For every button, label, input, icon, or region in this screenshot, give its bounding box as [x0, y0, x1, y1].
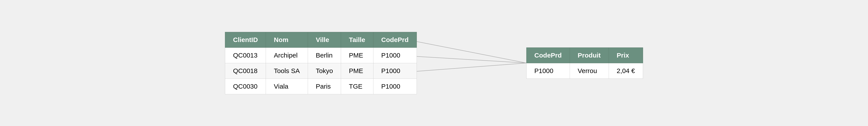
right-header-produit: Produit — [570, 48, 609, 63]
table-row: QC0030 Viala Paris TGE P1000 — [225, 78, 416, 94]
cell-clientid-0: QC0013 — [225, 48, 266, 63]
left-header-taille: Taille — [341, 32, 373, 48]
cell-nom-1: Tools SA — [266, 63, 308, 78]
cell-clientid-2: QC0030 — [225, 78, 266, 94]
cell-taille-1: PME — [341, 63, 373, 78]
left-header-clientid: ClientID — [225, 32, 266, 48]
right-table-wrapper: CodePrd Produit Prix P1000 Verrou 2,04 € — [526, 48, 643, 79]
diagram-container: ClientID Nom Ville Taille CodePrd QC0013… — [0, 0, 868, 126]
cell-taille-2: TGE — [341, 78, 373, 94]
table-row: P1000 Verrou 2,04 € — [526, 63, 643, 78]
left-table: ClientID Nom Ville Taille CodePrd QC0013… — [225, 32, 417, 94]
cell-ville-2: Paris — [308, 78, 341, 94]
cell-codeprd-1: P1000 — [373, 63, 416, 78]
left-header-codeprd: CodePrd — [373, 32, 416, 48]
cell-ville-0: Berlin — [308, 48, 341, 63]
connector-area — [417, 19, 526, 107]
cell-taille-0: PME — [341, 48, 373, 63]
right-header-prix: Prix — [609, 48, 643, 63]
right-table: CodePrd Produit Prix P1000 Verrou 2,04 € — [526, 48, 643, 79]
connector-svg — [417, 19, 526, 107]
cell-right-prix-0: 2,04 € — [609, 63, 643, 78]
cell-clientid-1: QC0018 — [225, 63, 266, 78]
left-table-wrapper: ClientID Nom Ville Taille CodePrd QC0013… — [225, 32, 417, 94]
cell-codeprd-0: P1000 — [373, 48, 416, 63]
right-header-codeprd: CodePrd — [526, 48, 570, 63]
cell-right-codeprd-0: P1000 — [526, 63, 570, 78]
table-row: QC0013 Archipel Berlin PME P1000 — [225, 48, 416, 63]
table-row: QC0018 Tools SA Tokyo PME P1000 — [225, 63, 416, 78]
left-header-nom: Nom — [266, 32, 308, 48]
cell-ville-1: Tokyo — [308, 63, 341, 78]
left-header-ville: Ville — [308, 32, 341, 48]
connector-line-3 — [417, 63, 526, 71]
cell-right-produit-0: Verrou — [570, 63, 609, 78]
tables-area: ClientID Nom Ville Taille CodePrd QC0013… — [225, 19, 643, 107]
cell-nom-0: Archipel — [266, 48, 308, 63]
cell-nom-2: Viala — [266, 78, 308, 94]
cell-codeprd-2: P1000 — [373, 78, 416, 94]
